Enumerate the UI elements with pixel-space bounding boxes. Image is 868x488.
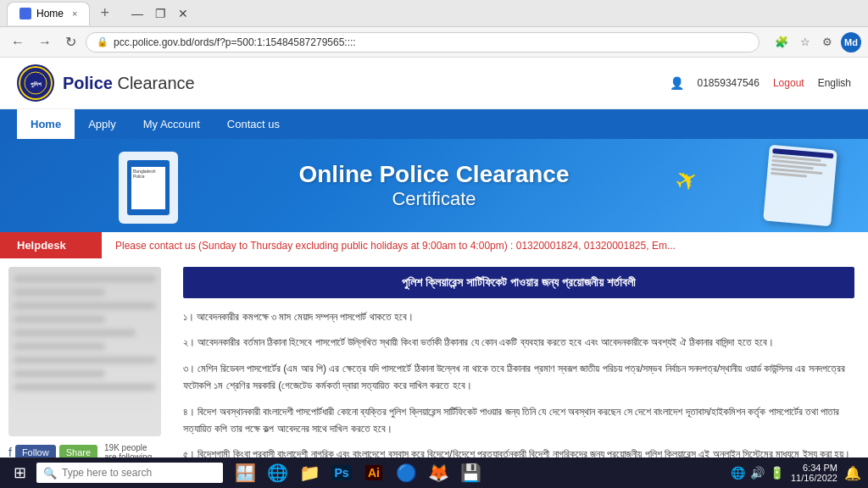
taskbar-right: 🌐 🔊 🔋 6:34 PM 11/16/2022 🔔 bbox=[731, 463, 861, 483]
taskbar-apps: 🪟 🌐 📁 Ps Ai 🔵 🦊 💾 bbox=[230, 459, 486, 486]
system-tray: 🌐 🔊 🔋 bbox=[731, 466, 784, 480]
logo-text: Police Clearance bbox=[63, 74, 195, 93]
language-selector[interactable]: English bbox=[818, 77, 851, 89]
sidebar: f Follow Share 19K people are following bbox=[0, 258, 170, 480]
taskbar-app-store[interactable]: 🪟 bbox=[230, 459, 260, 486]
banner-text: Online Police Clearance Certificate bbox=[298, 161, 569, 210]
browser-tab[interactable]: Home × bbox=[7, 2, 90, 25]
search-input[interactable] bbox=[62, 467, 198, 479]
search-icon: 🔍 bbox=[43, 467, 57, 480]
logo-clearance-text: Clearance bbox=[113, 74, 195, 92]
settings-icon[interactable]: ⚙ bbox=[819, 34, 836, 50]
browser-titlebar: Home × + — ❐ ✕ bbox=[0, 0, 868, 27]
banner-subtitle: Certificate bbox=[298, 188, 569, 210]
volume-icon: 🔊 bbox=[750, 466, 765, 480]
helpdesk-message: Please contact us (Sunday to Thursday ex… bbox=[102, 232, 689, 258]
back-button[interactable]: ← bbox=[7, 33, 29, 52]
taskbar-app-explorer[interactable]: 📁 bbox=[294, 459, 325, 486]
site-navigation: Home Apply My Account Contact us bbox=[0, 109, 868, 139]
banner-tablet-image: Bangladesh Police bbox=[119, 152, 178, 224]
main-content: f Follow Share 19K people are following … bbox=[0, 258, 868, 480]
content-para-3: ৩। মেশিন রিডেবল পাসপোর্টের (এম আর পি) এর… bbox=[183, 360, 854, 395]
banner-title: Online Police Clearance bbox=[298, 161, 569, 188]
taskbar: ⊞ 🔍 🪟 🌐 📁 Ps Ai 🔵 🦊 💾 🌐 bbox=[0, 458, 868, 488]
content-para-4: ৪। বিদেশ অবস্থানকারী বাংলাদেশী পাসপোর্টধ… bbox=[183, 403, 854, 438]
start-button[interactable]: ⊞ bbox=[7, 460, 33, 485]
content-para-2: ২। আবেদনকারীর বর্তমান ঠিকানা হিসেবে পাসপ… bbox=[183, 334, 854, 351]
refresh-button[interactable]: ↻ bbox=[61, 32, 81, 52]
hero-banner: Bangladesh Police Online Police Clearanc… bbox=[0, 139, 868, 232]
clock: 6:34 PM 11/16/2022 bbox=[791, 463, 837, 483]
nav-apply[interactable]: Apply bbox=[75, 109, 130, 139]
profile-button[interactable]: Md bbox=[841, 32, 861, 53]
taskbar-app-photoshop[interactable]: Ps bbox=[326, 459, 357, 486]
extensions-icon[interactable]: 🧩 bbox=[771, 34, 792, 50]
nav-contact[interactable]: Contact us bbox=[214, 109, 293, 139]
network-icon: 🌐 bbox=[731, 466, 745, 480]
tab-favicon bbox=[19, 8, 31, 19]
forward-button[interactable]: → bbox=[34, 33, 56, 52]
browser-navbar: ← → ↻ 🔒 pcc.police.gov.bd/ords/f?p=500:1… bbox=[0, 27, 868, 58]
plane-icon: ✈ bbox=[669, 161, 704, 200]
minimize-button[interactable]: — bbox=[126, 5, 148, 22]
close-button[interactable]: ✕ bbox=[173, 5, 193, 22]
lock-icon: 🔒 bbox=[97, 36, 108, 47]
sidebar-blurred-content bbox=[8, 267, 161, 436]
clock-date: 11/16/2022 bbox=[791, 473, 837, 483]
nav-home[interactable]: Home bbox=[17, 109, 75, 139]
favorites-icon[interactable]: ☆ bbox=[797, 34, 814, 50]
battery-icon: 🔋 bbox=[770, 466, 784, 480]
clock-time: 6:34 PM bbox=[791, 463, 837, 473]
logout-link[interactable]: Logout bbox=[773, 77, 804, 89]
browser-chrome: Home × + — ❐ ✕ ← → ↻ 🔒 pcc.police.gov.bd… bbox=[0, 0, 868, 58]
notification-icon[interactable]: 🔔 bbox=[844, 465, 861, 481]
site-header: পুলিশ Police Clearance 👤 01859347546 Log… bbox=[0, 58, 868, 109]
logo-police-text: Police bbox=[63, 74, 113, 92]
header-right: 👤 01859347546 Logout English bbox=[670, 76, 851, 90]
logo-emblem: পুলিশ bbox=[17, 64, 54, 102]
taskbar-app-storage[interactable]: 💾 bbox=[455, 459, 486, 486]
content-heading: পুলিশ ক্লিয়ারেন্স সার্টিফিকেট পাওয়ার জ… bbox=[183, 267, 854, 298]
helpdesk-bar: Helpdesk Please contact us (Sunday to Th… bbox=[0, 232, 868, 258]
taskbar-search[interactable]: 🔍 bbox=[36, 463, 223, 483]
helpdesk-label: Helpdesk bbox=[0, 232, 102, 258]
main-content-area: পুলিশ ক্লিয়ারেন্স সার্টিফিকেট পাওয়ার জ… bbox=[170, 258, 868, 480]
url-text: pcc.police.gov.bd/ords/f?p=500:1:1548458… bbox=[114, 36, 356, 48]
svg-text:পুলিশ: পুলিশ bbox=[31, 81, 42, 88]
website-content: পুলিশ Police Clearance 👤 01859347546 Log… bbox=[0, 58, 868, 488]
address-bar[interactable]: 🔒 pcc.police.gov.bd/ords/f?p=500:1:15484… bbox=[86, 32, 760, 53]
content-para-1: ১। আবেদনকারীর কমপক্ষে ৩ মাস মেয়াদ সম্পন… bbox=[183, 308, 854, 325]
taskbar-app-illustrator[interactable]: Ai bbox=[359, 459, 389, 486]
window-controls: — ❐ ✕ bbox=[126, 5, 193, 22]
taskbar-app-chrome[interactable]: 🔵 bbox=[391, 459, 421, 486]
certificate-image bbox=[763, 145, 837, 227]
taskbar-app-edge[interactable]: 🌐 bbox=[262, 459, 292, 486]
nav-my-account[interactable]: My Account bbox=[130, 109, 214, 139]
restore-button[interactable]: ❐ bbox=[150, 5, 171, 22]
tab-title: Home bbox=[36, 8, 64, 19]
taskbar-app-firefox[interactable]: 🦊 bbox=[423, 459, 453, 486]
new-tab-button[interactable]: + bbox=[97, 4, 113, 22]
site-logo: পুলিশ Police Clearance bbox=[17, 64, 195, 102]
header-phone: 01859347546 bbox=[698, 77, 760, 89]
browser-controls: 🧩 ☆ ⚙ Md bbox=[771, 32, 861, 53]
tab-close-button[interactable]: × bbox=[72, 8, 77, 19]
